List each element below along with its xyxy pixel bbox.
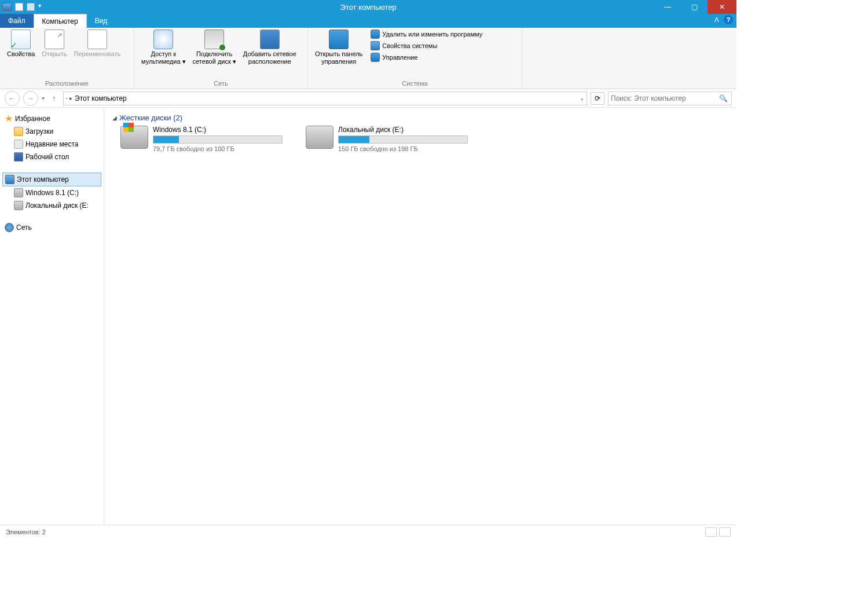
help-icon[interactable]: ? [724,15,733,24]
drive-icon [120,126,148,149]
rename-icon [87,30,107,49]
address-pc-icon [66,98,67,99]
sidebar-favorites-label: Избранное [15,115,50,123]
recent-icon [14,140,23,149]
sidebar-this-pc[interactable]: Этот компьютер [2,173,101,186]
hdd-icon [14,188,23,197]
search-box[interactable]: 🔍 [608,91,732,105]
view-tiles-button[interactable] [719,527,731,537]
sidebar-item-recent[interactable]: Недавние места [2,138,101,151]
search-input[interactable] [611,94,729,102]
category-label: Жесткие диски (2) [119,113,182,122]
tab-view[interactable]: Вид [87,14,116,28]
content-pane: ◢ Жесткие диски (2) Windows 8.1 (C:) 79,… [104,108,736,525]
address-bar-row: ← → ▾ ↑ ▸ Этот компьютер ⌄ ⟳ 🔍 [0,89,736,108]
drive-icon [306,126,333,149]
up-button[interactable]: ↑ [48,93,60,104]
sidebar-item-label: Загрузки [25,127,53,135]
hdd-icon [14,201,23,210]
sidebar-item-label: Рабочий стол [25,153,69,161]
ribbon-collapse-icon[interactable]: ᐱ [714,16,719,24]
sidebar-this-pc-label: Этот компьютер [17,175,69,184]
address-bar[interactable]: ▸ Этот компьютер ⌄ [63,91,587,105]
back-button[interactable]: ← [5,91,20,106]
group-system-label: Система [308,80,522,89]
drive-free-text: 79,7 ГБ свободно из 100 ГБ [153,145,283,152]
ribbon: Свойства Открыть Переименовать Расположе… [0,28,736,89]
close-button[interactable]: ✕ [708,0,736,14]
collapse-arrow-icon[interactable]: ◢ [112,115,117,121]
sidebar-network-label: Сеть [16,223,32,232]
title-bar: ▾ Этот компьютер — ▢ ✕ [0,0,736,14]
drive-usage-bar [338,135,468,144]
search-icon: 🔍 [719,94,728,102]
maximize-button[interactable]: ▢ [681,0,708,14]
uninstall-label: Удалить или изменить программу [382,31,482,38]
group-network-label: Сеть [134,80,307,89]
system-props-label: Свойства системы [382,42,437,49]
address-dropdown-icon[interactable]: ⌄ [580,95,584,101]
forward-button[interactable]: → [23,91,38,106]
history-dropdown-icon[interactable]: ▾ [42,95,45,101]
media-access-button[interactable]: Доступ к мультимедиа ▾ [138,30,189,65]
sidebar-item-desktop[interactable]: Рабочий стол [2,151,101,163]
system-props-icon [371,41,380,50]
group-location-label: Расположение [0,80,134,89]
folder-icon [14,127,23,136]
category-hard-drives[interactable]: ◢ Жесткие диски (2) [112,113,728,122]
uninstall-icon [371,30,380,39]
manage-label: Управление [382,54,417,61]
sidebar-favorites[interactable]: ★ Избранное [2,112,101,125]
add-netloc-button[interactable]: Добавить сетевое расположение [240,30,300,65]
sidebar-item-drive-c[interactable]: Windows 8.1 (C:) [2,186,101,199]
map-drive-label: Подключить сетевой диск ▾ [193,50,236,65]
breadcrumb-sep-icon: ▸ [69,95,72,101]
sidebar-item-label: Windows 8.1 (C:) [25,189,79,197]
breadcrumb-location[interactable]: Этот компьютер [75,94,127,102]
sidebar-item-downloads[interactable]: Загрузки [2,125,101,138]
properties-icon [11,30,31,49]
uninstall-button[interactable]: Удалить или изменить программу [371,30,482,39]
rename-button: Переименовать [71,30,124,58]
drive-usage-bar [153,135,283,144]
sidebar-item-label: Недавние места [25,140,78,148]
manage-button[interactable]: Управление [371,53,482,62]
minimize-button[interactable]: — [654,0,681,14]
manage-icon [371,53,380,62]
system-props-button[interactable]: Свойства системы [371,41,482,50]
sidebar-item-drive-e[interactable]: Локальный диск (E: [2,199,101,212]
sidebar-network[interactable]: Сеть [2,221,101,234]
ribbon-tabs: Файл Компьютер Вид ᐱ ? [0,14,736,28]
drive-name: Локальный диск (E:) [338,126,468,134]
sidebar-item-label: Локальный диск (E: [25,201,89,210]
open-label: Открыть [42,50,67,58]
properties-button[interactable]: Свойства [3,30,38,58]
star-icon: ★ [5,114,13,123]
media-label: Доступ к мультимедиа ▾ [141,50,186,65]
tab-file[interactable]: Файл [0,14,34,28]
pc-icon [5,175,14,184]
rename-label: Переименовать [74,50,121,58]
open-button: Открыть [38,30,70,58]
control-panel-icon [329,30,349,49]
view-details-button[interactable] [705,527,717,537]
open-icon [45,30,64,49]
properties-label: Свойства [7,50,35,58]
refresh-button[interactable]: ⟳ [591,92,604,105]
drive-item-e[interactable]: Локальный диск (E:) 150 ГБ свободно из 1… [306,126,468,152]
status-item-count: Элементов: 2 [6,529,46,536]
status-bar: Элементов: 2 [0,525,736,538]
tab-computer[interactable]: Компьютер [34,14,87,28]
add-netloc-icon [260,30,280,49]
desktop-icon [14,152,23,162]
drive-free-text: 150 ГБ свободно из 198 ГБ [338,145,468,152]
map-drive-icon [204,30,224,49]
control-panel-button[interactable]: Открыть панель управления [311,30,366,65]
map-drive-button[interactable]: Подключить сетевой диск ▾ [189,30,240,65]
drive-name: Windows 8.1 (C:) [153,126,283,134]
drive-item-c[interactable]: Windows 8.1 (C:) 79,7 ГБ свободно из 100… [120,126,283,152]
control-panel-label: Открыть панель управления [315,50,362,65]
add-netloc-label: Добавить сетевое расположение [243,50,296,65]
media-icon [153,30,173,49]
network-icon [5,223,14,232]
